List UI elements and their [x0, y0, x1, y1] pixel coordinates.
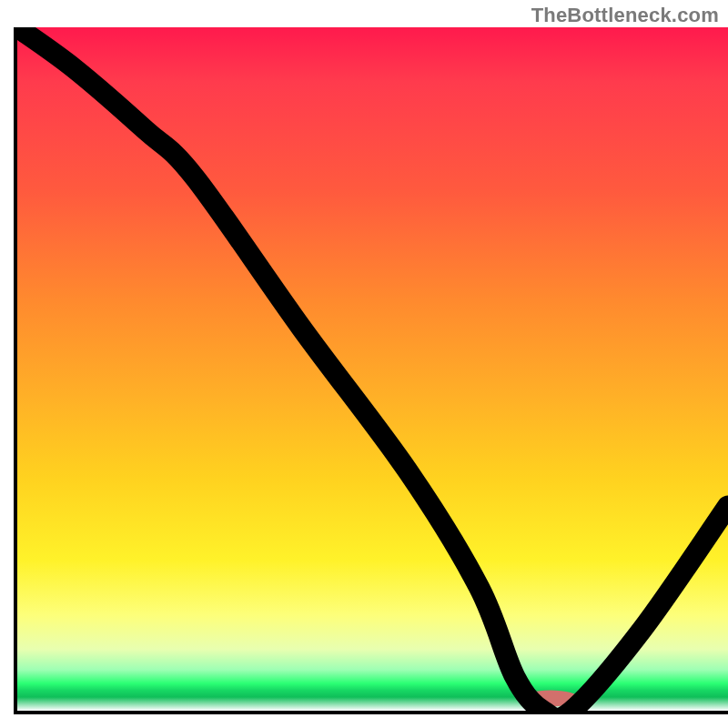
chart-container: TheBottleneck.com [0, 0, 728, 728]
plot-area [14, 27, 728, 714]
watermark-label: TheBottleneck.com [531, 4, 719, 27]
bottleneck-curve [17, 27, 728, 711]
curve-layer [17, 27, 728, 711]
